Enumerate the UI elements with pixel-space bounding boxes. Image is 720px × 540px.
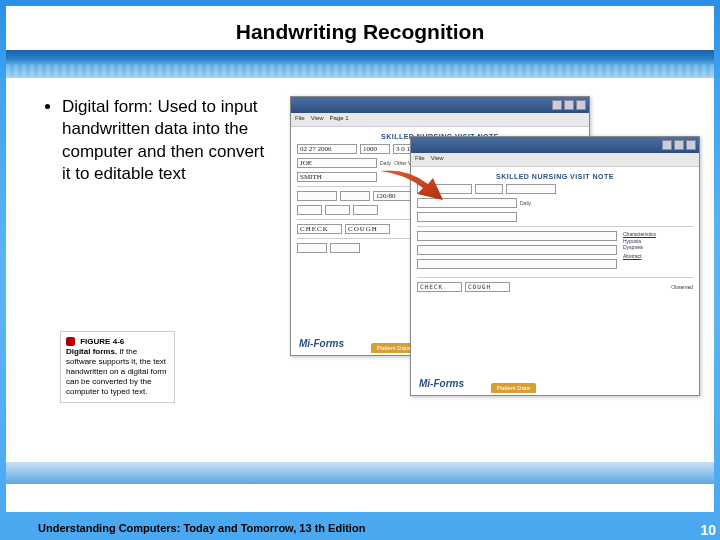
line-box (417, 245, 617, 255)
conversion-arrow-icon (375, 166, 445, 206)
id-field (506, 184, 556, 194)
slide: Handwriting Recognition Digital form: Us… (6, 6, 714, 512)
conv-word2: COUGH (465, 282, 510, 292)
form-heading: SKILLED NURSING VISIT NOTE (417, 173, 693, 180)
hand-word2: COUGH (345, 224, 390, 234)
line-box (417, 259, 617, 269)
figure-column: File View Page 1 SKILLED NURSING VISIT N… (290, 96, 692, 446)
menu-file: File (415, 155, 425, 164)
slide-title: Handwriting Recognition (6, 6, 714, 50)
accent-band (6, 50, 714, 78)
window-titlebar (291, 97, 589, 113)
firstname-field: SMITH (297, 172, 377, 182)
page-indicator: Page 1 (330, 115, 349, 124)
toolbar: File View (411, 153, 699, 167)
vital-box (297, 191, 337, 201)
small-box (297, 205, 322, 215)
footer-band (6, 462, 714, 484)
name-field (417, 212, 517, 222)
side-opt: Observed (671, 284, 693, 290)
hand-word1: CHECK (297, 224, 342, 234)
opt-box (330, 243, 360, 253)
page-number: 10 (700, 522, 716, 538)
maximize-icon (564, 100, 574, 110)
small-box (353, 205, 378, 215)
minimize-icon (552, 100, 562, 110)
minimize-icon (662, 140, 672, 150)
opt-box (297, 243, 327, 253)
adobe-icon (66, 337, 75, 346)
close-icon (576, 100, 586, 110)
menu-file: File (295, 115, 305, 124)
figure-label: FIGURE 4-6 (80, 337, 124, 346)
toolbar: File View Page 1 (291, 113, 589, 127)
lastname-field: JOE (297, 158, 377, 168)
time-field (475, 184, 503, 194)
side-heading: Abstract (623, 253, 693, 260)
footer-text: Understanding Computers: Today and Tomor… (38, 522, 365, 534)
content-area: Digital form: Used to input handwritten … (6, 78, 714, 456)
close-icon (686, 140, 696, 150)
window-titlebar (411, 137, 699, 153)
bullet-item: Digital form: Used to input handwritten … (62, 96, 276, 186)
figure-caption: FIGURE 4-6 Digital forms. If the softwar… (60, 331, 175, 403)
form-body: SKILLED NURSING VISIT NOTE Daily (411, 167, 699, 302)
date-field: 02 27 2006 (297, 144, 357, 154)
checkbox-daily: Daily (520, 200, 531, 206)
patient-data-tab: Patient Data (491, 383, 536, 393)
conv-word1: CHECK (417, 282, 462, 292)
form-window-converted: File View SKILLED NURSING VISIT NOTE Dai… (410, 136, 700, 396)
vital-box (340, 191, 370, 201)
mi-forms-logo: Mi-Forms (299, 338, 344, 349)
time-field: 1000 (360, 144, 390, 154)
figure-title: Digital forms. (66, 347, 117, 356)
menu-view: View (431, 155, 444, 164)
menu-view: View (311, 115, 324, 124)
line-box (417, 231, 617, 241)
mi-forms-logo: Mi-Forms (419, 378, 464, 389)
small-box (325, 205, 350, 215)
side-opt: Dyspnea (623, 244, 693, 251)
maximize-icon (674, 140, 684, 150)
